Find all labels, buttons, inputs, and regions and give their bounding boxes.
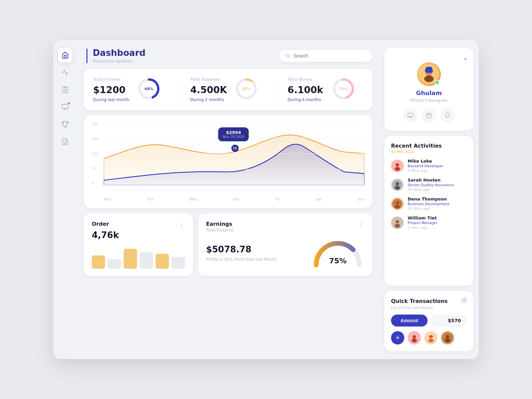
online-indicator xyxy=(435,80,440,85)
svg-point-49 xyxy=(395,224,400,228)
activity-name-2: Sarah Hosten xyxy=(408,178,454,183)
order-menu-button[interactable]: ⋮ xyxy=(178,221,185,227)
svg-line-9 xyxy=(289,57,290,58)
beneficiary-2[interactable] xyxy=(424,331,438,344)
bar-6 xyxy=(172,257,185,269)
profile-chevron[interactable]: ▾ xyxy=(464,56,467,62)
beneficiary-3[interactable] xyxy=(441,331,454,344)
amount-button[interactable]: Amount xyxy=(391,315,428,327)
svg-point-42 xyxy=(395,186,400,190)
bottom-row: Order ⋮ 4,76k Earnings T xyxy=(84,213,372,276)
beneficiary-row: + xyxy=(391,331,467,344)
earnings-menu-button[interactable]: ⋮ xyxy=(358,221,364,227)
svg-point-26 xyxy=(424,75,434,82)
activity-avatar-3 xyxy=(391,198,404,210)
chart-x-labels: Mon Tue Wed Thu Fri Sat Sun xyxy=(92,195,364,201)
beneficiary-1[interactable] xyxy=(408,331,421,344)
activity-info-2: Sarah Hosten Senior Quality Assurance 15… xyxy=(408,178,454,192)
earnings-value: $5078.78 xyxy=(206,244,303,254)
activity-time-1: 5 Mins ago xyxy=(408,169,443,173)
svg-point-48 xyxy=(396,220,399,223)
svg-point-51 xyxy=(413,335,416,338)
expense-donut: 35% xyxy=(235,77,258,102)
chart-tooltip-dot: 15 xyxy=(231,145,239,152)
sidebar-item-document[interactable] xyxy=(58,134,72,149)
earnings-inner: $5078.78 Profile is 45% More than last M… xyxy=(206,235,364,268)
earnings-gauge: 75% xyxy=(311,235,364,268)
earnings-subtitle: Total Expense xyxy=(206,228,234,232)
activity-avatar-4 xyxy=(391,216,404,229)
activities-card: Recent Activities 02 Mar 2021 Mike Loke … xyxy=(384,136,473,286)
bar-1 xyxy=(92,255,105,269)
earnings-title: Earnings xyxy=(206,221,234,227)
activity-role-1: Backend Developer xyxy=(408,164,443,168)
transactions-title: Quick Transactions xyxy=(391,298,448,304)
svg-point-59 xyxy=(445,334,447,336)
transactions-edit-button[interactable] xyxy=(462,298,467,304)
gauge-percent: 75% xyxy=(329,257,347,265)
activity-info-3: Dena Thompson Business Development 30 Mi… xyxy=(408,197,450,211)
activity-role-3: Business Development xyxy=(408,202,450,206)
transactions-card: Quick Transactions List of your benefici… xyxy=(384,291,473,351)
bar-3 xyxy=(124,249,137,269)
profile-top: ▾ xyxy=(391,56,467,62)
activity-time-3: 30 Mins ago xyxy=(408,206,450,211)
activity-time-4: 1 hour ago xyxy=(408,225,437,230)
sidebar-item-analytics[interactable] xyxy=(58,65,72,80)
earnings-card-header: Earnings Total Expense ⋮ xyxy=(206,221,364,232)
sidebar-item-trophy[interactable] xyxy=(58,117,72,132)
svg-point-39 xyxy=(395,167,400,171)
bar-4 xyxy=(140,252,153,269)
chart-card: $2954 Nov 29 2020 15 29k 20k 10k 2k 0 xyxy=(84,115,372,208)
earnings-card: Earnings Total Expense ⋮ $5078.78 Profil… xyxy=(198,213,372,276)
activity-name-3: Dena Thompson xyxy=(408,197,450,201)
income-stat: Total Income $1200 During last month 68% xyxy=(93,77,169,102)
profile-action-calendar[interactable] xyxy=(422,108,436,123)
amount-row: Amount $570 xyxy=(391,315,467,327)
notification-badge xyxy=(67,102,70,105)
sidebar-item-notifications[interactable] xyxy=(58,100,72,114)
profile-name: Ghulam xyxy=(416,89,442,96)
amount-value: $570 xyxy=(430,315,467,327)
bar-5 xyxy=(156,254,169,269)
sidebar-item-home[interactable] xyxy=(58,48,72,63)
order-bar-chart xyxy=(92,245,185,269)
activity-item-4: William Tiet Project Manager 1 hour ago xyxy=(391,215,467,230)
tooltip-date: Nov 29 2020 xyxy=(223,135,244,139)
add-beneficiary-button[interactable]: + xyxy=(391,331,404,344)
svg-rect-33 xyxy=(427,113,431,118)
chart-area: $2954 Nov 29 2020 15 29k 20k 10k 2k 0 xyxy=(92,122,364,195)
svg-text:35%: 35% xyxy=(242,87,250,91)
activity-item-1: Mike Loke Backend Developer 5 Mins ago xyxy=(391,159,467,173)
activity-item-3: Dena Thompson Business Development 30 Mi… xyxy=(391,197,467,211)
activity-info-1: Mike Loke Backend Developer 5 Mins ago xyxy=(408,159,443,173)
profile-actions xyxy=(403,108,455,123)
header-divider xyxy=(86,49,87,63)
search-icon xyxy=(285,53,290,59)
sidebar-item-clipboard[interactable] xyxy=(58,82,72,97)
chart-tooltip: $2954 Nov 29 2020 xyxy=(218,127,249,141)
svg-point-41 xyxy=(396,182,399,186)
header-title-block: Dashboard Payments updates xyxy=(93,48,146,64)
profile-action-user[interactable] xyxy=(403,108,418,123)
tooltip-value: $2954 xyxy=(223,130,244,135)
sidebar xyxy=(53,40,77,359)
svg-point-38 xyxy=(396,163,399,167)
svg-point-55 xyxy=(428,338,434,342)
bonus-stat: Total Bonus 6.100k During 6 months 70% xyxy=(277,77,363,102)
right-panel: ▾ xyxy=(379,40,479,359)
search-input[interactable] xyxy=(293,53,366,59)
earnings-note: Profile is 45% More than last Month xyxy=(206,257,303,262)
order-card-header: Order ⋮ xyxy=(92,221,185,227)
activity-avatar-1 xyxy=(391,160,404,172)
order-value: 4,76k xyxy=(92,230,185,240)
income-donut: 68% xyxy=(137,77,161,102)
profile-action-bell[interactable] xyxy=(440,108,455,123)
main-content: Dashboard Payments updates Total Income … xyxy=(77,40,379,359)
activity-info-4: William Tiet Project Manager 1 hour ago xyxy=(408,215,437,230)
search-bar[interactable] xyxy=(279,50,372,62)
order-title: Order xyxy=(92,221,109,227)
activity-time-2: 15 Mins ago xyxy=(408,188,454,192)
bonus-donut: 70% xyxy=(332,77,355,102)
activities-date: 02 Mar 2021 xyxy=(391,150,467,154)
